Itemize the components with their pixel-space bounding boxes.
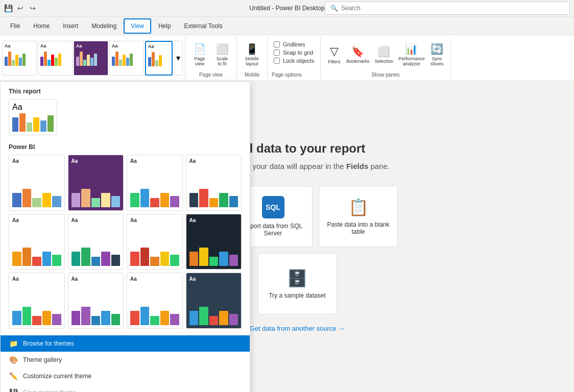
theme-card-10[interactable]: Aa bbox=[68, 273, 124, 329]
theme-card-4[interactable]: Aa bbox=[186, 155, 242, 211]
menu-file[interactable]: File bbox=[4, 19, 26, 33]
search-icon: 🔍 bbox=[330, 5, 338, 12]
ribbon-theme-4[interactable]: Aa bbox=[109, 41, 144, 76]
theme-gallery-label: Theme gallery bbox=[23, 356, 62, 363]
this-report-theme-card[interactable]: Aa bbox=[9, 99, 57, 135]
scale-to-fit-button[interactable]: ⬜ Scaleto fit bbox=[212, 41, 232, 68]
menu-bar: File Home Insert Modeling View Help Exte… bbox=[0, 17, 574, 35]
dropdown-footer: 📁 Browse for themes 🎨 Theme gallery ✏️ C… bbox=[1, 332, 250, 392]
menu-external-tools[interactable]: External Tools bbox=[178, 19, 229, 33]
theme-gallery-icon: 🎨 bbox=[9, 356, 18, 364]
sync-slicers-label: Syncslicers bbox=[430, 56, 444, 66]
sync-slicers-button[interactable]: 🔄 Syncslicers bbox=[428, 41, 446, 68]
paste-label: Paste data into a blank table bbox=[323, 221, 393, 235]
scale-to-fit-label: Scaleto fit bbox=[217, 56, 228, 66]
snap-to-grid-label: Snap to grid bbox=[283, 50, 313, 56]
ribbon-theme-2[interactable]: Aa bbox=[38, 41, 73, 76]
app-title: Untitled - Power BI Desktop bbox=[249, 5, 324, 12]
customize-theme-item[interactable]: ✏️ Customize current theme bbox=[1, 368, 250, 384]
sync-slicers-icon: 🔄 bbox=[430, 43, 443, 55]
title-bar-left: 💾 ↩ ↪ bbox=[4, 4, 37, 12]
menu-insert[interactable]: Insert bbox=[57, 19, 84, 33]
paste-icon: 📋 bbox=[348, 198, 369, 217]
ribbon-mobile-group: 📱 Mobilelayout Mobile bbox=[237, 37, 268, 79]
gridlines-label: Gridlines bbox=[283, 41, 305, 47]
page-view-label: Pageview bbox=[194, 56, 205, 66]
mobile-layout-label: Mobilelayout bbox=[245, 56, 259, 66]
theme-card-9[interactable]: Aa bbox=[9, 273, 65, 329]
theme-card-6[interactable]: Aa bbox=[68, 214, 124, 270]
ribbon-page-options-group: Gridlines Snap to grid Lock objects Page… bbox=[268, 37, 321, 79]
mobile-group-label: Mobile bbox=[245, 72, 259, 79]
browse-themes-item[interactable]: 📁 Browse for themes bbox=[1, 335, 250, 352]
browse-themes-label: Browse for themes bbox=[23, 340, 74, 347]
sample-icon: 🗄️ bbox=[287, 268, 307, 288]
ribbon-theme-3[interactable]: Aa bbox=[74, 41, 108, 76]
customize-theme-icon: ✏️ bbox=[9, 372, 18, 380]
search-input[interactable] bbox=[341, 5, 564, 12]
filters-label: Filters bbox=[328, 59, 341, 64]
save-theme-label: Save current theme bbox=[23, 389, 77, 392]
theme-card-1[interactable]: Aa bbox=[9, 155, 65, 211]
theme-card-2[interactable]: Aa bbox=[68, 155, 124, 211]
paste-card[interactable]: 📋 Paste data into a blank table bbox=[319, 186, 398, 247]
customize-theme-label: Customize current theme bbox=[23, 373, 91, 380]
selection-label: Selection bbox=[374, 59, 393, 64]
menu-modeling[interactable]: Modeling bbox=[85, 19, 123, 33]
ribbon-theme-5[interactable]: Aa bbox=[145, 41, 173, 76]
page-view-group-label: Page view bbox=[199, 72, 223, 79]
theme-card-11[interactable]: Aa bbox=[127, 273, 183, 329]
redo-icon[interactable]: ↪ bbox=[29, 4, 37, 12]
menu-home[interactable]: Home bbox=[27, 19, 56, 33]
ribbon: Aa Aa Aa bbox=[0, 35, 574, 81]
ribbon-theme-1[interactable]: Aa bbox=[2, 41, 37, 76]
snap-to-grid-checkbox[interactable]: Snap to grid bbox=[274, 50, 313, 56]
theme-card-14[interactable]: Aa bbox=[68, 332, 124, 332]
theme-card-3[interactable]: Aa bbox=[127, 155, 183, 211]
show-panes-group-label: Show panes bbox=[371, 72, 399, 79]
menu-view[interactable]: View bbox=[124, 18, 151, 34]
lock-objects-checkbox[interactable]: Lock objects bbox=[274, 58, 314, 64]
this-report-theme-aa: Aa bbox=[12, 103, 54, 112]
sample-card[interactable]: 🗄️ Try a sample dataset bbox=[258, 253, 337, 314]
lock-objects-input[interactable] bbox=[274, 58, 280, 64]
mobile-layout-icon: 📱 bbox=[246, 43, 258, 55]
theme-card-13[interactable]: Aa bbox=[9, 332, 65, 332]
themes-dropdown-panel: This report Aa Power BI bbox=[0, 81, 250, 392]
performance-analyzer-label: Performanceanalyzer bbox=[398, 56, 425, 66]
page-view-icon: 📄 bbox=[194, 43, 206, 55]
power-bi-themes-grid: Aa Aa bbox=[9, 155, 242, 332]
performance-analyzer-button[interactable]: 📊 Performanceanalyzer bbox=[396, 41, 427, 68]
sample-label: Try a sample dataset bbox=[269, 292, 326, 299]
save-theme-item: 💾 Save current theme bbox=[1, 384, 250, 392]
theme-gallery-item[interactable]: 🎨 Theme gallery bbox=[1, 352, 250, 368]
bookmarks-button[interactable]: 🔖 Bookmarks bbox=[344, 43, 371, 66]
theme-card-7[interactable]: Aa bbox=[127, 214, 183, 270]
selection-button[interactable]: ⬜ Selection bbox=[372, 43, 395, 66]
theme-card-5[interactable]: Aa bbox=[9, 214, 65, 270]
this-report-themes: Aa bbox=[9, 99, 242, 135]
search-box[interactable]: 🔍 bbox=[325, 2, 570, 15]
lock-objects-label: Lock objects bbox=[283, 58, 314, 64]
themes-dropdown-button[interactable]: ▾ bbox=[174, 41, 183, 76]
undo-icon[interactable]: ↩ bbox=[16, 4, 25, 12]
ribbon-page-view-group: 📄 Pageview ⬜ Scaleto fit Page view bbox=[185, 37, 237, 79]
gridlines-input[interactable] bbox=[274, 41, 280, 47]
this-report-section-title: This report bbox=[9, 88, 242, 95]
theme-card-12[interactable]: Aa bbox=[186, 273, 242, 329]
menu-help[interactable]: Help bbox=[152, 19, 177, 33]
filters-button[interactable]: ▽ Filters bbox=[325, 43, 343, 66]
mobile-layout-button[interactable]: 📱 Mobilelayout bbox=[242, 41, 262, 68]
dropdown-scroll-area[interactable]: This report Aa Power BI bbox=[1, 82, 250, 332]
ribbon-show-panes-group: ▽ Filters 🔖 Bookmarks ⬜ Selection 📊 Perf… bbox=[321, 37, 451, 79]
bookmarks-label: Bookmarks bbox=[346, 59, 369, 64]
theme-card-8[interactable]: Aa bbox=[186, 214, 242, 270]
snap-to-grid-input[interactable] bbox=[274, 50, 280, 56]
theme-card-15[interactable]: Aa bbox=[127, 332, 183, 332]
title-bar: 💾 ↩ ↪ Untitled - Power BI Desktop 🔍 bbox=[0, 0, 574, 17]
gridlines-checkbox[interactable]: Gridlines bbox=[274, 41, 305, 47]
ribbon-themes-section: Aa Aa Aa bbox=[0, 37, 185, 79]
page-view-button[interactable]: 📄 Pageview bbox=[189, 41, 210, 68]
save-icon[interactable]: 💾 bbox=[4, 4, 12, 12]
filters-icon: ▽ bbox=[330, 45, 339, 58]
